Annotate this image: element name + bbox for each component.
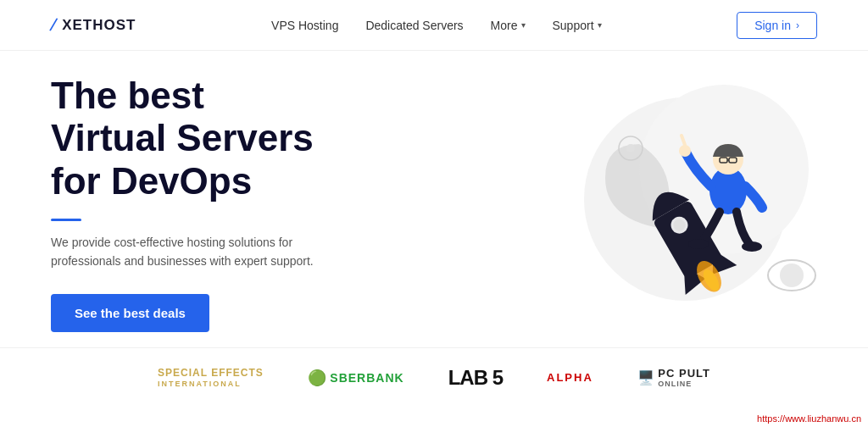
brand-sberbank: 🟢 SBERBANK: [308, 369, 404, 387]
svg-point-21: [626, 144, 635, 152]
brand-logos-bar: SPECIAL EFFECTS INTERNATIONAL 🟢 SBERBANK…: [0, 347, 868, 407]
brand-lab5: LAB 5: [448, 366, 503, 390]
support-chevron-icon: ▾: [598, 20, 602, 30]
hero-section: The best Virtual Servers for DevOps We p…: [0, 51, 868, 347]
nav-support-dropdown[interactable]: Support ▾: [553, 19, 602, 32]
nav-more-dropdown[interactable]: More ▾: [491, 19, 526, 32]
nav-dedicated-servers[interactable]: Dedicated Servers: [365, 19, 463, 32]
logo-text: XETHOST: [62, 17, 136, 34]
brand-special-effects: SPECIAL EFFECTS INTERNATIONAL: [158, 367, 264, 387]
hero-subtitle: We provide cost-effective hosting soluti…: [51, 233, 322, 271]
hero-title: The best Virtual Servers for DevOps: [51, 75, 322, 203]
svg-point-19: [742, 241, 762, 252]
brand-alpha: ALPHA: [547, 371, 593, 384]
hero-underline-decoration: [51, 219, 81, 221]
main-nav: VPS Hosting Dedicated Servers More ▾ Sup…: [271, 19, 602, 32]
arrow-right-icon: ›: [796, 19, 799, 31]
svg-point-3: [780, 263, 804, 287]
sign-in-button[interactable]: Sign in ›: [737, 12, 817, 39]
watermark: https://www.liuzhanwu.cn: [757, 413, 861, 424]
brand-pcpult: 🖥️ PC PULT ONLINE: [637, 367, 710, 388]
svg-point-16: [679, 145, 691, 157]
svg-point-18: [688, 239, 709, 249]
nav-vps-hosting[interactable]: VPS Hosting: [271, 19, 338, 32]
logo-slash-icon: /: [48, 14, 60, 36]
logo[interactable]: / XETHOST: [51, 14, 136, 36]
more-chevron-icon: ▾: [521, 20, 526, 30]
hero-illustration: [436, 59, 843, 339]
cta-button[interactable]: See the best deals: [51, 294, 209, 332]
hero-text-block: The best Virtual Servers for DevOps We p…: [51, 75, 322, 333]
